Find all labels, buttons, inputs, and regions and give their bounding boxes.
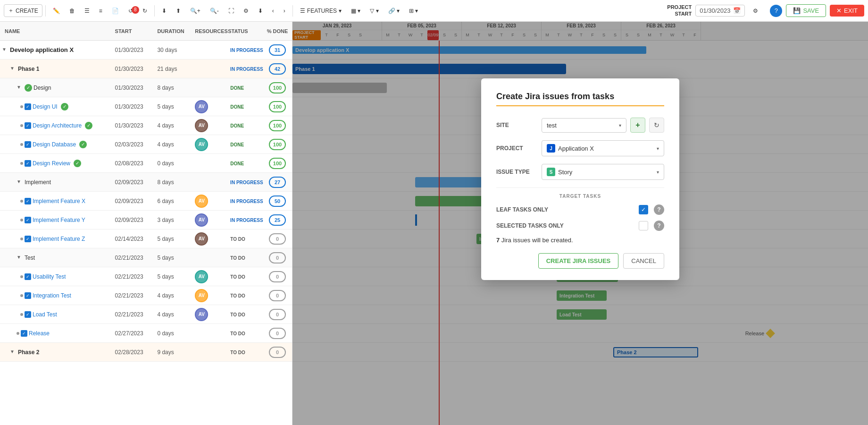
- row-duration: 21 days: [154, 66, 192, 72]
- group-button[interactable]: ⊞ ▾: [405, 5, 422, 17]
- leaf-tasks-checkbox[interactable]: ✓: [639, 205, 648, 214]
- task-checkbox: ✓: [21, 330, 27, 337]
- table-row[interactable]: ✓ Design Database ✓ 02/03/2023 4 days AV…: [0, 135, 292, 154]
- table-row[interactable]: ▼ Test 02/21/2023 5 days TO DO 0: [0, 248, 292, 267]
- row-pct: 25: [263, 214, 292, 226]
- table-row[interactable]: ✓ Design UI ✓ 01/30/2023 5 days AV DONE …: [0, 97, 292, 116]
- gantt-header: NAME START DURATION RESOURCES STATUS % D…: [0, 22, 292, 41]
- features-button[interactable]: ☰ FEATURES ▾: [296, 5, 346, 17]
- bullet: [20, 124, 23, 127]
- row-name[interactable]: Design Review: [33, 160, 70, 167]
- table-row[interactable]: ✓ Usability Test 02/21/2023 5 days AV TO…: [0, 267, 292, 286]
- table-row[interactable]: ▼ Implement 02/09/2023 8 days IN PROGRES…: [0, 173, 292, 192]
- row-start: 01/30/2023: [112, 47, 155, 53]
- outdent-button[interactable]: ≡: [95, 5, 107, 17]
- features-icon: ☰: [300, 8, 305, 14]
- gantt-settings-button[interactable]: ⚙: [749, 5, 762, 17]
- zoom-out-button[interactable]: 🔍-: [206, 5, 223, 17]
- table-row[interactable]: ✓ Implement Feature X 02/09/2023 6 days …: [0, 192, 292, 211]
- redo-button[interactable]: ↻: [138, 5, 151, 17]
- row-name[interactable]: Design Database: [33, 141, 76, 148]
- link-button[interactable]: 🔗 ▾: [384, 5, 404, 17]
- row-name[interactable]: Load Test: [33, 311, 57, 318]
- selected-tasks-checkbox[interactable]: [639, 221, 648, 230]
- cancel-button[interactable]: CANCEL: [623, 253, 664, 269]
- zoom-in-button[interactable]: 🔍+: [186, 5, 205, 17]
- row-name[interactable]: Integration Test: [33, 292, 71, 299]
- row-status: DONE: [225, 141, 263, 148]
- fullscreen-button[interactable]: ⛶: [224, 5, 238, 17]
- help-button[interactable]: ?: [770, 5, 782, 17]
- prev-button[interactable]: ‹: [268, 5, 278, 17]
- table-row[interactable]: ▼ Phase 1 01/30/2023 21 days IN PROGRESS…: [0, 60, 292, 78]
- row-duration: 8 days: [154, 85, 192, 91]
- export-button[interactable]: ⬇: [254, 5, 267, 17]
- table-row[interactable]: ✓ Release 02/27/2023 0 days TO DO 0: [0, 324, 292, 343]
- filter-button[interactable]: ▽ ▾: [366, 5, 383, 17]
- exit-label: EXIT: [844, 7, 858, 14]
- bullet: [20, 238, 23, 240]
- task-checkbox: ✓: [25, 292, 31, 299]
- col-start-header: START: [112, 28, 155, 34]
- expand-icon[interactable]: ▼: [2, 47, 8, 53]
- project-select[interactable]: J Application X ▾: [542, 140, 664, 156]
- selected-tasks-help[interactable]: ?: [654, 221, 664, 231]
- settings-button[interactable]: ⚙: [239, 5, 253, 17]
- bullet: [20, 313, 23, 316]
- table-row[interactable]: ✓ Implement Feature Y 02/09/2023 3 days …: [0, 211, 292, 230]
- create-button[interactable]: ＋ CREATE: [4, 4, 42, 17]
- table-row[interactable]: ▼ Develop application X 01/30/2023 30 da…: [0, 41, 292, 60]
- edit-button[interactable]: ✏️: [49, 5, 64, 17]
- expand-icon[interactable]: ▼: [17, 255, 23, 261]
- row-name[interactable]: Implement Feature X: [33, 198, 85, 204]
- table-row[interactable]: ✓ Implement Feature Z 02/14/2023 5 days …: [0, 230, 292, 248]
- file-button[interactable]: 📄: [108, 5, 123, 17]
- features-arrow: ▾: [339, 8, 342, 14]
- row-name[interactable]: Implement Feature Y: [33, 217, 85, 223]
- task-checkbox: ✓: [25, 217, 31, 223]
- leaf-tasks-help[interactable]: ?: [654, 204, 664, 215]
- indent-button[interactable]: ☰: [80, 5, 94, 17]
- save-button[interactable]: 💾 SAVE: [786, 4, 826, 17]
- site-select[interactable]: test ▾: [542, 118, 626, 133]
- issue-type-select[interactable]: S Story ▾: [542, 164, 664, 180]
- expand-icon[interactable]: ▼: [17, 179, 23, 186]
- view-button[interactable]: ▦ ▾: [347, 5, 365, 17]
- row-name[interactable]: Implement Feature Z: [33, 236, 85, 242]
- row-name[interactable]: Usability Test: [33, 273, 66, 280]
- row-duration: 6 days: [154, 198, 192, 204]
- table-row[interactable]: ✓ Integration Test 02/21/2023 4 days AV …: [0, 286, 292, 305]
- row-start: 01/30/2023: [112, 85, 155, 91]
- issue-type-field: ISSUE TYPE S Story ▾: [496, 164, 664, 180]
- expand-icon[interactable]: ▼: [10, 349, 17, 356]
- next-button[interactable]: ›: [279, 5, 290, 17]
- row-name[interactable]: Design UI: [33, 103, 58, 110]
- collapse-button[interactable]: ⬇: [158, 5, 171, 17]
- delete-button[interactable]: 🗑: [65, 5, 79, 17]
- task-checkbox: ✓: [25, 103, 31, 110]
- task-checkbox: ✓: [25, 141, 31, 148]
- modal-overlay: Create Jira issues from tasks SITE test …: [292, 22, 868, 425]
- row-name[interactable]: Design Architecture: [33, 122, 82, 129]
- table-row[interactable]: ✓ Design Architecture ✓ 01/30/2023 4 day…: [0, 116, 292, 135]
- table-row[interactable]: ▼ ✓ Design 01/30/2023 8 days DONE 100: [0, 78, 292, 97]
- table-row[interactable]: ✓ Load Test 02/21/2023 4 days AV TO DO 0: [0, 305, 292, 324]
- row-pct: 100: [263, 120, 292, 131]
- table-row[interactable]: ✓ Design Review ✓ 02/08/2023 0 days DONE…: [0, 154, 292, 173]
- create-jira-button[interactable]: CREATE JIRA ISSUES: [538, 253, 619, 269]
- expand-icon[interactable]: ▼: [17, 85, 23, 91]
- row-duration: 4 days: [154, 292, 192, 299]
- row-name[interactable]: Release: [29, 330, 50, 337]
- add-site-button[interactable]: +: [630, 118, 645, 133]
- table-row[interactable]: ▼ Phase 2 02/28/2023 9 days TO DO 0: [0, 343, 292, 362]
- project-start-date[interactable]: 01/30/2023 📅: [695, 5, 745, 17]
- exit-button[interactable]: ✕ EXIT: [830, 5, 864, 17]
- refresh-site-button[interactable]: ↻: [649, 118, 664, 133]
- row-pct: 0: [263, 347, 292, 358]
- expand-button[interactable]: ⬆: [172, 5, 185, 17]
- task-checkbox: ✓: [25, 273, 31, 280]
- row-name: Phase 2: [18, 349, 39, 356]
- expand-icon[interactable]: ▼: [10, 66, 17, 72]
- issue-type-value: Story: [558, 169, 572, 176]
- jira-count: 7: [496, 237, 500, 244]
